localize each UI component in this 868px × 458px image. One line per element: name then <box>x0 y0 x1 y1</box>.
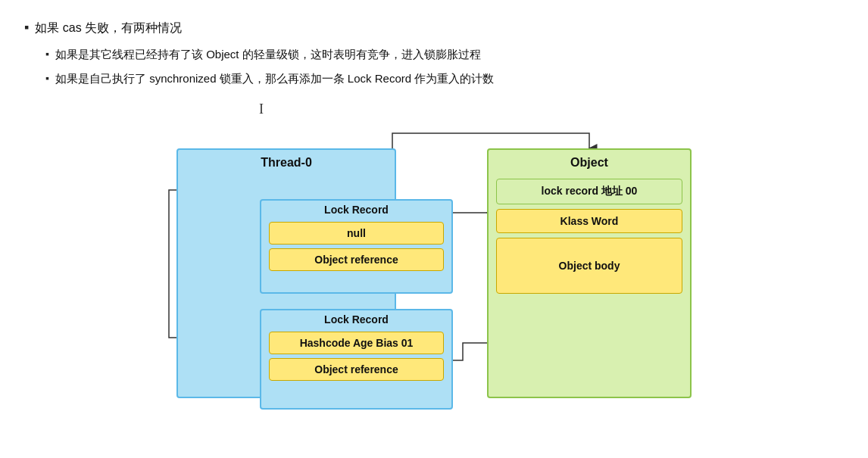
main-bullet-text: 如果 cas 失败，有两种情况 <box>35 18 182 38</box>
obj-ref-cell-2: Object reference <box>269 358 444 381</box>
text-cursor: I <box>259 101 264 117</box>
lock-record-box-2: Lock Record Hashcode Age Bias 01 Object … <box>260 309 453 410</box>
sub-bullet-2-icon: ▪ <box>45 70 49 86</box>
object-body-cell: Object body <box>496 238 682 294</box>
sub-bullet-1-text: 如果是其它线程已经持有了该 Object 的轻量级锁，这时表明有竞争，进入锁膨胀… <box>55 45 481 64</box>
object-box-label: Object <box>489 150 690 174</box>
object-box: Object lock record 地址 00 Klass Word Obje… <box>487 148 692 398</box>
thread-box-label: Thread-0 <box>178 150 395 174</box>
klass-word-cell: Klass Word <box>496 209 682 233</box>
thread-box: Thread-0 Lock Record null Object referen… <box>176 148 396 398</box>
sub-bullet-1: ▪ 如果是其它线程已经持有了该 Object 的轻量级锁，这时表明有竞争，进入锁… <box>45 45 844 64</box>
lock-record-label-2: Lock Record <box>261 310 451 328</box>
sub-bullet-1-icon: ▪ <box>45 45 49 62</box>
hashcode-cell: Hashcode Age Bias 01 <box>269 332 444 354</box>
lock-record-box-1: Lock Record null Object reference <box>260 199 453 294</box>
lock-record-label-1: Lock Record <box>261 201 451 218</box>
obj-ref-cell-1: Object reference <box>269 248 444 271</box>
sub-bullet-2-text: 如果是自己执行了 synchronized 锁重入，那么再添加一条 Lock R… <box>55 70 494 88</box>
main-bullet-icon: ▪ <box>24 18 29 37</box>
text-section: ▪ 如果 cas 失败，有两种情况 ▪ 如果是其它线程已经持有了该 Object… <box>24 18 844 88</box>
main-bullet: ▪ 如果 cas 失败，有两种情况 <box>24 18 844 38</box>
null-cell: null <box>269 222 444 245</box>
sub-bullet-2: ▪ 如果是自己执行了 synchronized 锁重入，那么再添加一条 Lock… <box>45 70 844 88</box>
lock-record-addr-cell: lock record 地址 00 <box>496 179 682 204</box>
diagram-area: Thread-0 Lock Record null Object referen… <box>108 126 760 421</box>
